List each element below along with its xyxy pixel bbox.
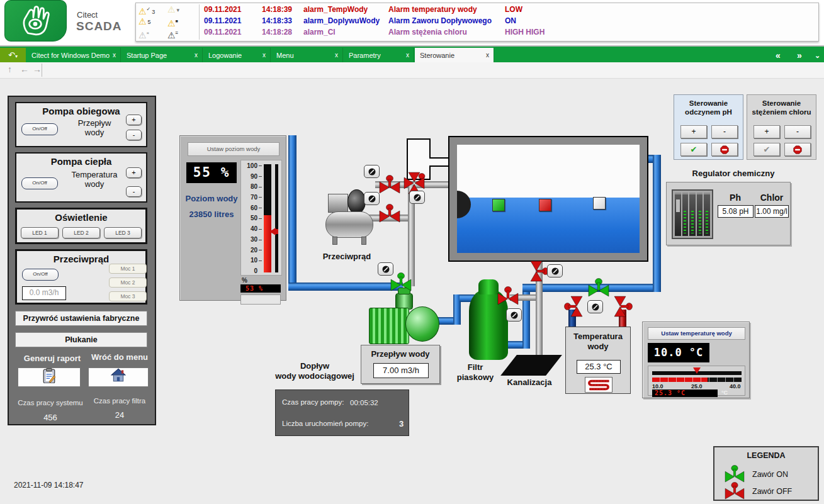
back-to-menu-button[interactable] — [88, 367, 149, 387]
ph-plus-button[interactable]: + — [680, 125, 707, 138]
water-level-panel: Ustaw poziom wody 55 % Poziom wody 23850… — [179, 135, 286, 301]
led2-button[interactable]: LED 2 — [62, 227, 100, 238]
flow-box: Przepływ wody 7.00 m3/h — [361, 345, 440, 384]
tab-close-icon[interactable]: x — [486, 48, 489, 63]
level-slider[interactable] — [275, 164, 278, 272]
divider — [199, 4, 200, 40]
tab-logowanie[interactable]: Logowaniex — [203, 48, 271, 64]
system-time-value: 456 — [13, 413, 88, 422]
valve-control-button[interactable] — [378, 262, 393, 276]
tab-close-icon[interactable]: x — [406, 48, 409, 63]
nav-back-icon[interactable]: ← — [20, 64, 29, 74]
ph-minus-button[interactable]: - — [711, 125, 738, 138]
pump-starts-label: Liczba uruchomień pompy: — [282, 420, 368, 427]
nav-up-icon[interactable]: ↑ — [8, 64, 12, 74]
cl-minus-button[interactable]: - — [784, 125, 811, 138]
flow-value: 7.00 m3/h — [373, 363, 429, 378]
valve-control-button[interactable] — [587, 300, 603, 313]
moc3-button[interactable]: Moc 3 — [109, 291, 147, 301]
flow-plus-button[interactable]: + — [126, 115, 142, 125]
alarm-row-2[interactable]: 09.11.202114:18:33alarm_DoplywuWodyAlarm… — [204, 16, 815, 28]
temp-slider-pointer[interactable] — [693, 367, 701, 374]
pump-leg — [361, 237, 366, 245]
ph-control-panel: Sterowanieodczynem pH + - ✔ — [674, 94, 743, 160]
tab-close-icon[interactable]: x — [113, 48, 116, 63]
divider — [42, 64, 42, 77]
tab-close-icon[interactable]: x — [262, 48, 266, 63]
tab-startup-page[interactable]: Startup Pagex — [121, 48, 203, 64]
led1-button[interactable]: LED 1 — [21, 227, 59, 238]
valve-toggle-icon — [381, 265, 390, 274]
alarm-disabled-icon[interactable]: ⚠× — [138, 28, 149, 40]
cl-stop-button[interactable] — [784, 143, 811, 156]
flow-minus-button[interactable]: - — [126, 130, 142, 140]
valve-cold-off-icon — [564, 296, 583, 317]
inflow-label: Dopływwody wodociągowej — [268, 361, 362, 381]
valve-control-button[interactable] — [506, 308, 522, 322]
legend-title: LEGENDA — [714, 451, 818, 460]
temp-slider[interactable] — [652, 371, 742, 375]
valve-off-icon — [725, 482, 745, 500]
alarm-active-icon[interactable]: ⚠✓3 — [138, 4, 155, 17]
home-button[interactable]: ↶▾ — [0, 48, 26, 64]
regulator-module — [689, 193, 696, 236]
counter-current-pump-motor — [328, 194, 348, 213]
generate-report-button[interactable] — [18, 367, 81, 387]
pompa-obiegowa-onoff-button[interactable]: On/Off — [21, 123, 58, 135]
pompa-ciepla-onoff-button[interactable]: On/Off — [21, 177, 58, 189]
tab-citect-for-windows-demo[interactable]: Citect for Windows Demox — [26, 48, 121, 64]
alarm-shelved-icon[interactable]: ⚠■ — [167, 16, 178, 28]
tabs-scroll-left[interactable]: « — [776, 48, 781, 63]
tabs-collapse[interactable]: ⌄ — [815, 48, 820, 63]
regulator-module — [704, 193, 710, 236]
cl-confirm-button[interactable]: ✔ — [753, 143, 780, 156]
przeciwprad-flow-value: 0.0 m3/h — [22, 286, 66, 300]
alarm-row-1[interactable]: 09.11.202114:18:39alarm_TempWodyAlarm te… — [204, 5, 815, 16]
sewer-pad — [500, 355, 562, 376]
alarm-sound-icon[interactable]: ⚠▾ — [167, 4, 179, 15]
valve-tank-drain-off-icon — [530, 260, 549, 282]
alarm-summary-icon[interactable]: ⚠≡ — [167, 28, 178, 40]
tabs-scroll-right[interactable]: » — [797, 48, 802, 63]
section-pompa-obiegowa: Pompa obiegowa On/Off Przepływwody + - — [15, 102, 147, 147]
przeciwprad-onoff-button[interactable]: On/Off — [22, 269, 59, 281]
alarm-toolbar: ⚠✓3 ⚠▾ ⚠5 ⚠■ ⚠× ⚠≡ — [138, 4, 196, 40]
level-slider-handle[interactable] — [269, 228, 276, 235]
temp-plus-button[interactable]: + — [126, 167, 142, 178]
chlorine-control-panel: Sterowaniestężeniem chloru + - ✔ — [747, 94, 816, 160]
valve-control-button[interactable] — [547, 264, 563, 277]
tab-bar: ↶▾ Citect for Windows Demox Startup Page… — [0, 45, 824, 62]
valve-control-button[interactable] — [364, 165, 380, 178]
valve-toggle-icon — [368, 167, 376, 176]
valve-control-button[interactable] — [364, 192, 380, 205]
tab-close-icon[interactable]: x — [335, 48, 338, 63]
tab-menu[interactable]: Menux — [271, 48, 343, 64]
moc1-button[interactable]: Moc 1 — [109, 264, 147, 274]
left-control-panel: Pompa obiegowa On/Off Przepływwody + - P… — [8, 96, 156, 425]
rinse-button[interactable]: Płukanie — [15, 332, 147, 347]
cl-plus-button[interactable]: + — [753, 125, 780, 138]
ph-stop-button[interactable] — [711, 143, 738, 156]
temp-minus-button[interactable]: - — [126, 186, 142, 197]
temp-slider-group: 10.0 25.0 40.0 25.3 °C °C — [648, 366, 745, 396]
alarm-unack-icon[interactable]: ⚠5 — [138, 16, 151, 27]
water-tank — [448, 136, 648, 262]
param-label: Przepływwody — [65, 118, 123, 137]
float-sensor-red — [539, 199, 551, 211]
set-water-temp-button[interactable]: Ustaw temperaturę wody — [648, 327, 745, 340]
check-icon: ✔ — [764, 145, 770, 154]
section-przeciwprad: Przeciwprąd On/Off 0.0 m3/h Moc 1 Moc 2 … — [15, 249, 147, 305]
valve-control-button[interactable] — [409, 191, 425, 204]
factory-reset-button[interactable]: Przywróć ustawienia fabryczne — [15, 311, 147, 326]
alarm-row-3[interactable]: 09.11.202114:18:28alarm_ClAlarm stężenia… — [204, 28, 815, 39]
nav-forward-icon[interactable]: → — [33, 64, 42, 74]
counter-current-pump-pulley — [347, 189, 366, 214]
set-water-level-button[interactable]: Ustaw poziom wody — [188, 142, 279, 156]
main-pump-head — [405, 306, 439, 342]
led3-button[interactable]: LED 3 — [104, 227, 142, 238]
tab-parametry[interactable]: Parametryx — [344, 48, 414, 64]
tab-sterowanie[interactable]: Sterowaniex — [415, 48, 494, 64]
ph-confirm-button[interactable]: ✔ — [680, 143, 707, 156]
moc2-button[interactable]: Moc 2 — [109, 277, 147, 288]
tab-close-icon[interactable]: x — [195, 48, 198, 63]
